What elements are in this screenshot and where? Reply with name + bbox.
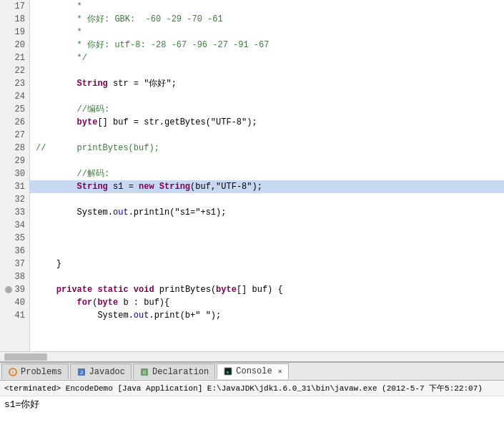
tab-bar: !ProblemsJJavadocDDeclaration▶Console✕: [0, 362, 504, 381]
code-line-32: [30, 193, 504, 206]
svg-text:!: !: [11, 369, 15, 376]
code-line-31: String s1 = new String(buf,"UTF-8");: [30, 180, 504, 193]
line-number-31: 31: [15, 180, 25, 193]
code-line-23: String str = "你好";: [30, 77, 504, 90]
line-number-39: 39: [5, 283, 25, 296]
line-number-38: 38: [15, 270, 25, 283]
tab-declaration[interactable]: DDeclaration: [133, 363, 215, 379]
code-line-29: [30, 155, 504, 167]
svg-text:▶: ▶: [227, 370, 229, 375]
svg-text:D: D: [143, 370, 146, 376]
code-line-38: [30, 270, 504, 283]
line-number-25: 25: [15, 103, 25, 116]
code-line-26: byte[] buf = str.getBytes("UTF-8");: [30, 116, 504, 129]
line-number-29: 29: [15, 155, 25, 167]
code-line-30: //解码:: [30, 167, 504, 180]
problems-tab-label: Problems: [21, 367, 62, 377]
console-output-text: s1=你好: [4, 398, 39, 411]
line-number-28: 28: [15, 142, 25, 155]
declaration-tab-icon: D: [139, 367, 149, 377]
tab-problems[interactable]: !Problems: [1, 363, 69, 379]
line-number-37: 37: [15, 258, 25, 270]
code-line-24: [30, 90, 504, 103]
code-lines[interactable]: * * 你好: GBK: -60 -29 -70 -61 * * 你好: utf…: [30, 0, 504, 351]
code-line-21: */: [30, 52, 504, 64]
code-line-33: System.out.println("s1="+s1);: [30, 206, 504, 219]
code-line-40: for(byte b : buf){: [30, 296, 504, 309]
console-output: s1=你好: [0, 396, 504, 435]
console-tab-label: Console: [236, 366, 272, 376]
breakpoint-icon: [5, 286, 12, 293]
code-line-39: private static void printBytes(byte[] bu…: [30, 283, 504, 296]
line-number-23: 23: [15, 77, 25, 90]
line-number-18: 18: [15, 13, 25, 26]
svg-text:J: J: [79, 369, 83, 376]
code-line-17: *: [30, 0, 504, 13]
code-line-18: * 你好: GBK: -60 -29 -70 -61: [30, 13, 504, 26]
line-number-30: 30: [15, 167, 25, 180]
line-number-36: 36: [15, 245, 25, 258]
line-number-20: 20: [15, 39, 25, 52]
code-line-34: [30, 219, 504, 232]
console-area: <terminated> EncodeDemo [Java Applicatio…: [0, 381, 504, 435]
code-line-22: [30, 64, 504, 77]
line-number-41: 41: [15, 309, 25, 322]
problems-tab-icon: !: [8, 367, 18, 377]
code-editor: 1718192021222324252627282930313233343536…: [0, 0, 504, 362]
line-number-24: 24: [15, 90, 25, 103]
line-number-40: 40: [15, 296, 25, 309]
line-number-35: 35: [15, 232, 25, 245]
scrollbar-thumb[interactable]: [4, 353, 47, 361]
line-number-19: 19: [15, 26, 25, 39]
line-number-21: 21: [15, 52, 25, 64]
javadoc-tab-icon: J: [76, 367, 87, 377]
line-number-34: 34: [15, 219, 25, 232]
code-line-20: * 你好: utf-8: -28 -67 -96 -27 -91 -67: [30, 39, 504, 52]
code-line-37: }: [30, 258, 504, 270]
code-line-36: [30, 245, 504, 258]
line-number-33: 33: [15, 206, 25, 219]
line-number-26: 26: [15, 116, 25, 129]
line-number-17: 17: [15, 0, 25, 13]
console-tab-icon: ▶: [223, 366, 233, 376]
console-status: <terminated> EncodeDemo [Java Applicatio…: [0, 381, 504, 396]
code-line-19: *: [30, 26, 504, 39]
code-line-25: //编码:: [30, 103, 504, 116]
horizontal-scrollbar[interactable]: [0, 351, 504, 361]
javadoc-tab-label: Javadoc: [89, 367, 125, 377]
code-line-35: [30, 232, 504, 245]
console-tab-close-icon[interactable]: ✕: [278, 367, 282, 376]
code-line-28: // printBytes(buf);: [30, 142, 504, 155]
declaration-tab-label: Declaration: [152, 367, 209, 377]
tab-console[interactable]: ▶Console✕: [217, 363, 288, 379]
line-number-22: 22: [15, 64, 25, 77]
code-line-27: [30, 129, 504, 142]
line-number-27: 27: [15, 129, 25, 142]
line-numbers: 1718192021222324252627282930313233343536…: [0, 0, 30, 351]
code-line-41: System.out.print(b+" ");: [30, 309, 504, 322]
tab-javadoc[interactable]: JJavadoc: [70, 363, 132, 379]
line-number-32: 32: [15, 193, 25, 206]
